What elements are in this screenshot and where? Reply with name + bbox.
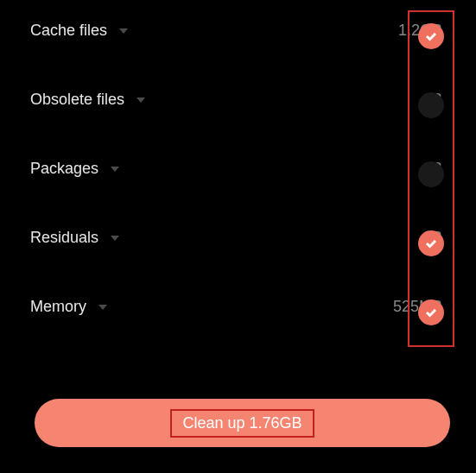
list-item[interactable]: Packages 0B	[30, 160, 454, 178]
chevron-down-icon[interactable]	[111, 165, 119, 173]
clean-up-button[interactable]: Clean up 1.76GB	[35, 399, 450, 447]
chevron-down-icon[interactable]	[119, 27, 128, 35]
checkbox-column-highlight	[408, 10, 454, 347]
chevron-down-icon[interactable]	[111, 234, 119, 243]
cleanup-list: Cache files 1.2GB Obsolete files 0B Pack…	[30, 17, 454, 399]
chevron-down-icon[interactable]	[136, 96, 145, 104]
checkbox-cache-files[interactable]	[418, 23, 444, 49]
list-item[interactable]: Cache files 1.2GB	[30, 22, 454, 40]
list-item[interactable]: Memory 525MB	[30, 298, 454, 316]
button-label: Clean up 1.76GB	[182, 414, 301, 432]
list-item[interactable]: Residuals 2B	[30, 229, 454, 247]
list-item[interactable]: Obsolete files 0B	[30, 91, 454, 109]
item-label: Cache files	[30, 22, 107, 40]
item-label: Packages	[30, 160, 98, 178]
item-label: Memory	[30, 298, 86, 316]
item-label: Obsolete files	[30, 91, 124, 109]
button-container: Clean up 1.76GB	[30, 399, 454, 447]
item-label: Residuals	[30, 229, 98, 247]
chevron-down-icon[interactable]	[98, 303, 107, 312]
button-label-highlight: Clean up 1.76GB	[170, 409, 314, 438]
checkbox-memory[interactable]	[418, 300, 444, 325]
checkbox-obsolete-files[interactable]	[418, 92, 444, 118]
checkbox-residuals[interactable]	[418, 230, 444, 256]
checkbox-packages[interactable]	[418, 161, 444, 187]
